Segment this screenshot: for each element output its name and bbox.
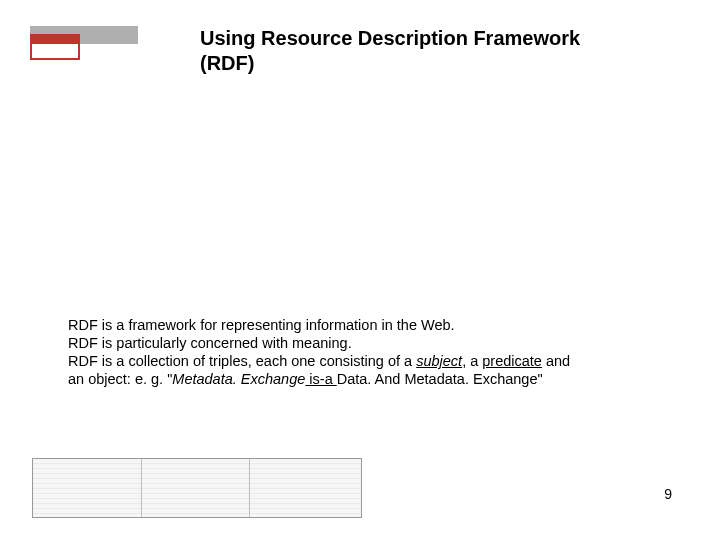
table-divider [249,459,250,517]
page-number: 9 [664,486,672,502]
table-thumbnail [32,458,362,518]
predicate-term: predicate [482,353,542,369]
body-line-4: an object: e. g. "Metadata. Exchange is-… [68,370,668,388]
table-divider [141,459,142,517]
slide-body: RDF is a framework for representing info… [68,316,668,389]
decor-white-inset [32,44,78,58]
subject-term: subject [416,353,462,369]
example-predicate: is-a [305,371,336,387]
line3-mid1: , a [462,353,482,369]
body-line-2: RDF is particularly concerned with meani… [68,334,668,352]
example-object: Data. And Metadata. Exchange" [337,371,543,387]
body-line-1: RDF is a framework for representing info… [68,316,668,334]
line3-mid2: and [542,353,570,369]
line4-pre: an object: e. g. " [68,371,172,387]
body-line-3: RDF is a collection of triples, each one… [68,352,668,370]
line3-pre: RDF is a collection of triples, each one… [68,353,416,369]
example-subject: Metadata. Exchange [172,371,305,387]
slide-title: Using Resource Description Framework (RD… [200,26,640,76]
